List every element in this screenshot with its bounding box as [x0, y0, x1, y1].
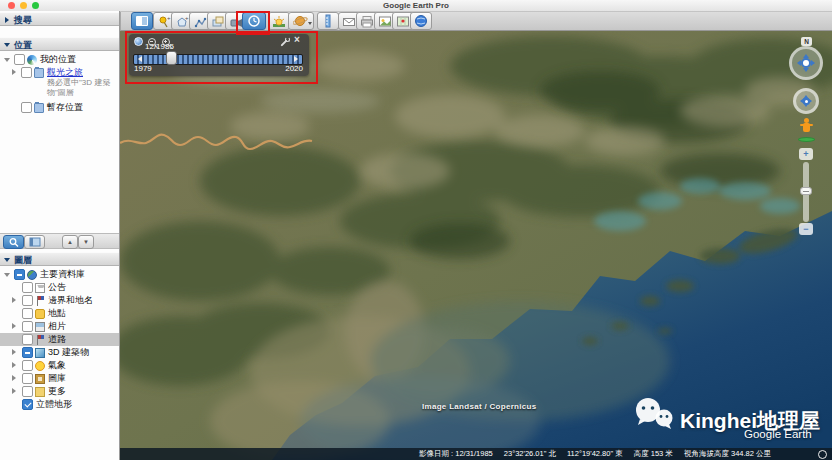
layer-label: 立體地形: [36, 398, 72, 411]
zoom-out-button[interactable]: −: [799, 223, 813, 235]
places-panel-header[interactable]: 位置: [0, 37, 119, 51]
layer-row-borders[interactable]: 邊界和地名: [0, 294, 119, 307]
globe-button[interactable]: [410, 12, 432, 30]
layer-row-weather[interactable]: 氣象: [0, 359, 119, 372]
chevron-down-icon[interactable]: [803, 68, 809, 75]
borders-checkbox[interactable]: [22, 295, 33, 306]
folder-icon: [34, 68, 44, 78]
announcements-icon: [35, 283, 45, 293]
disclosure-open-icon: [4, 43, 10, 50]
twisty-closed-icon[interactable]: [12, 69, 19, 75]
move-joystick[interactable]: [793, 88, 819, 114]
layer-row-roads[interactable]: 道路: [0, 333, 119, 346]
center-dot-icon: [803, 98, 810, 105]
planets-button[interactable]: [288, 12, 314, 30]
email-icon: [342, 15, 356, 28]
wechat-icon: [634, 397, 674, 431]
pegman[interactable]: [798, 118, 815, 142]
buildings-checkbox[interactable]: [22, 347, 33, 358]
historical-imagery-button[interactable]: [242, 12, 266, 30]
temporary-places-label: 暫存位置: [47, 101, 83, 114]
layer-row-terrain[interactable]: 立體地形: [0, 398, 119, 411]
terrain-checkbox[interactable]: [22, 399, 33, 410]
sightseeing-checkbox[interactable]: [21, 67, 32, 78]
photos-checkbox[interactable]: [22, 321, 33, 332]
layer-label: 邊界和地名: [48, 294, 93, 307]
time-slider-track[interactable]: [133, 54, 303, 65]
sidebar-toggle-button[interactable]: [131, 12, 153, 30]
look-joystick[interactable]: [789, 46, 823, 80]
layer-row-announcements[interactable]: 公告: [0, 281, 119, 294]
ruler-button[interactable]: [317, 12, 339, 30]
arrow-up-icon: ▲: [67, 239, 73, 245]
tree-item-temporary-places[interactable]: 暫存位置: [0, 101, 119, 114]
temporary-places-checkbox[interactable]: [21, 102, 32, 113]
buildings-icon: [35, 348, 45, 358]
primary-database-checkbox[interactable]: [14, 269, 25, 280]
more-icon: [35, 387, 45, 397]
layer-row-photos[interactable]: 相片: [0, 320, 119, 333]
zoom-slider-handle[interactable]: [800, 187, 812, 195]
search-panel-header[interactable]: 搜尋: [0, 12, 119, 26]
add-polygon-icon: +: [175, 15, 189, 28]
next-result-button[interactable]: ▼: [78, 235, 94, 249]
print-icon: [360, 15, 374, 28]
panel-icon: [29, 237, 41, 247]
time-slider-handle[interactable]: [166, 51, 177, 65]
previous-result-button[interactable]: ▲: [62, 235, 78, 249]
map-viewport[interactable]: × 12/1985 1979 2020 N: [120, 31, 832, 460]
twisty-closed-icon[interactable]: [12, 375, 19, 381]
longitude-readout: 112°19'42.80" 東: [567, 449, 623, 459]
layer-row-gallery[interactable]: 圖庫: [0, 372, 119, 385]
main-toolbar: + +: [120, 12, 832, 31]
search-places-button[interactable]: [3, 235, 24, 249]
north-indicator[interactable]: N: [801, 37, 812, 46]
step-forward-icon[interactable]: [294, 56, 301, 62]
layer-row-primary-database[interactable]: 主要資料庫: [0, 268, 119, 281]
layer-row-more[interactable]: 更多: [0, 385, 119, 398]
twisty-closed-icon[interactable]: [12, 323, 19, 329]
announcements-checkbox[interactable]: [22, 282, 33, 293]
layer-label: 道路: [48, 333, 66, 346]
twisty-closed-icon[interactable]: [12, 297, 19, 303]
step-back-icon[interactable]: [135, 56, 142, 62]
tree-item-my-places[interactable]: 我的位置: [0, 53, 119, 66]
gallery-checkbox[interactable]: [22, 373, 33, 384]
twisty-open-icon[interactable]: [4, 273, 10, 280]
historical-globe-icon: [134, 37, 143, 46]
more-checkbox[interactable]: [22, 386, 33, 397]
layer-row-3d-buildings[interactable]: 3D 建築物: [0, 346, 119, 359]
layer-label: 圖庫: [48, 372, 66, 385]
chevron-down-icon: [308, 22, 312, 27]
historical-imagery-clock-icon: [247, 14, 261, 28]
show-places-panel-button[interactable]: [24, 235, 45, 249]
twisty-closed-icon[interactable]: [12, 362, 19, 368]
twisty-closed-icon[interactable]: [12, 388, 19, 394]
weather-sun-icon: [35, 361, 45, 371]
chevron-up-icon[interactable]: [803, 51, 809, 58]
my-places-checkbox[interactable]: [14, 54, 25, 65]
chevron-right-icon[interactable]: [811, 60, 818, 66]
twisty-closed-icon[interactable]: [12, 349, 19, 355]
add-placemark-icon: +: [157, 15, 171, 28]
sunlight-button[interactable]: [268, 12, 290, 30]
layer-label: 公告: [48, 281, 66, 294]
twisty-open-icon[interactable]: [4, 58, 10, 65]
places-checkbox[interactable]: [22, 308, 33, 319]
layer-row-places[interactable]: 地點: [0, 307, 119, 320]
close-icon[interactable]: ×: [294, 34, 300, 45]
wrench-icon[interactable]: [279, 38, 289, 47]
time-slider-panel[interactable]: × 12/1985 1979 2020: [129, 34, 309, 76]
layer-label: 更多: [48, 385, 66, 398]
disclosure-closed-icon: [5, 17, 12, 23]
layers-panel-header[interactable]: 圖層: [0, 252, 119, 266]
zoom-in-button[interactable]: +: [799, 148, 813, 160]
weather-checkbox[interactable]: [22, 360, 33, 371]
satellite-imagery[interactable]: [120, 31, 832, 460]
arrow-down-icon: ▼: [83, 239, 89, 245]
roads-checkbox[interactable]: [22, 334, 33, 345]
chevron-left-icon[interactable]: [794, 60, 801, 66]
save-image-icon: [378, 15, 392, 28]
gallery-icon: [35, 374, 45, 384]
search-icon: [8, 237, 20, 248]
